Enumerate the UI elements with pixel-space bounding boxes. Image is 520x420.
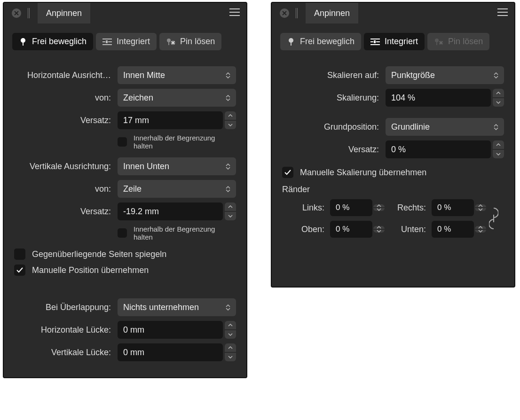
tab-unpin-label: Pin lösen [448, 37, 483, 47]
v-keep-within-checkbox[interactable] [118, 228, 127, 238]
h-from-label: von: [14, 93, 113, 103]
v-offset-stepper[interactable] [225, 202, 236, 220]
tab-inline-label: Integriert [385, 37, 418, 47]
v-from-select[interactable]: Zeile [118, 180, 236, 198]
base-label: Grundposition: [282, 122, 381, 132]
close-icon[interactable] [280, 8, 289, 18]
hgap-stepper[interactable] [225, 321, 236, 339]
tab-free[interactable]: Frei beweglich [12, 33, 93, 50]
mode-tabs: Frei beweglich Integriert Pin lösen [4, 23, 246, 57]
inline-icon [370, 38, 380, 46]
scale-to-value: Punktgröße [391, 70, 435, 80]
m-bottom-step[interactable] [475, 226, 486, 233]
scale-to-label: Skalieren auf: [282, 70, 381, 80]
h-offset-label: Versatz: [14, 116, 113, 125]
manual-scale-checkbox[interactable] [282, 167, 293, 178]
v-from-label: von: [14, 184, 113, 194]
titlebar: Anpinnen [272, 3, 514, 23]
h-from-value: Zeichen [123, 93, 153, 103]
base-select[interactable]: Grundlinie [386, 118, 504, 136]
h-from-select[interactable]: Zeichen [118, 89, 236, 107]
margins-header: Ränder [282, 185, 504, 194]
svg-point-9 [435, 39, 439, 42]
panel-menu-icon[interactable] [491, 8, 514, 18]
h-offset-input[interactable]: 17 mm [118, 111, 223, 129]
m-top-step[interactable] [373, 226, 385, 233]
h-offset-stepper[interactable] [225, 111, 236, 129]
m-right-input[interactable]: 0 % [432, 199, 474, 216]
drag-handle-icon[interactable] [296, 8, 298, 18]
svg-rect-2 [106, 40, 108, 43]
tab-inline[interactable]: Integriert [96, 33, 157, 50]
h-keep-within-checkbox[interactable] [118, 137, 127, 147]
inline-icon [102, 38, 112, 46]
hgap-input[interactable]: 0 mm [118, 321, 223, 339]
m-left-input[interactable]: 0 % [330, 199, 372, 216]
titlebar: Anpinnen [4, 3, 246, 23]
svg-point-0 [21, 38, 25, 43]
scale-stepper[interactable] [493, 89, 504, 107]
pin-icon [287, 38, 295, 46]
m-top-input[interactable]: 0 % [330, 221, 372, 238]
h-align-select[interactable]: Innen Mitte [118, 66, 236, 84]
m-right-step[interactable] [475, 204, 486, 211]
scale-to-select[interactable]: Punktgröße [386, 66, 504, 84]
tab-free-label: Frei beweglich [32, 37, 87, 47]
manual-pos-label: Manuelle Position übernehmen [32, 265, 149, 275]
drag-handle-icon[interactable] [28, 8, 30, 18]
mirror-facing-checkbox[interactable] [14, 249, 25, 260]
scale-input[interactable]: 104 % [386, 89, 491, 107]
svg-rect-7 [291, 42, 292, 46]
m-right-label: Rechts: [384, 203, 431, 213]
chevron-updown-icon [223, 304, 230, 311]
v-from-value: Zeile [123, 184, 142, 194]
overlap-value: Nichts unternehmen [123, 303, 199, 312]
offset-label: Versatz: [282, 145, 381, 155]
v-align-label: Vertikale Ausrichtung: [14, 162, 113, 171]
panel-tab-anpinnen[interactable]: Anpinnen [306, 3, 358, 23]
panel-tab-anpinnen[interactable]: Anpinnen [38, 3, 90, 23]
v-offset-label: Versatz: [14, 207, 113, 217]
pin-icon [19, 38, 27, 46]
chevron-updown-icon [491, 124, 498, 130]
link-margins-icon[interactable] [485, 205, 502, 232]
base-value: Grundlinie [391, 122, 430, 132]
m-top-label: Oben: [282, 225, 329, 234]
svg-point-6 [289, 38, 293, 43]
mode-tabs: Frei beweglich Integriert Pin lösen [272, 23, 514, 57]
vgap-input[interactable]: 0 mm [118, 343, 223, 361]
m-left-step[interactable] [373, 204, 385, 211]
svg-point-3 [167, 39, 171, 42]
tab-free-label: Frei beweglich [300, 37, 355, 47]
svg-rect-10 [436, 42, 437, 45]
svg-rect-1 [23, 42, 24, 46]
offset-input[interactable]: 0 % [386, 140, 491, 158]
unpin-icon [166, 38, 175, 46]
chevron-updown-icon [223, 95, 230, 101]
overlap-select[interactable]: Nichts unternehmen [118, 298, 236, 316]
tab-inline[interactable]: Integriert [364, 33, 425, 50]
vgap-label: Vertikale Lücke: [14, 348, 113, 358]
v-keep-within-label: Innerhalb der Begrenzung halten [134, 225, 236, 241]
h-align-label: Horizontale Ausricht… [14, 70, 113, 80]
mirror-facing-label: Gegenüberliegende Seiten spiegeln [32, 249, 166, 259]
unpin-icon [434, 38, 443, 46]
svg-rect-8 [374, 40, 376, 43]
panel-menu-icon[interactable] [223, 8, 246, 18]
m-bottom-label: Unten: [384, 225, 431, 234]
v-align-select[interactable]: Innen Unten [118, 157, 236, 175]
close-icon[interactable] [12, 8, 21, 18]
tab-unpin-label: Pin lösen [180, 37, 215, 47]
h-align-value: Innen Mitte [123, 70, 165, 80]
manual-scale-label: Manuelle Skalierung übernehmen [300, 168, 426, 178]
offset-stepper[interactable] [493, 140, 504, 158]
m-left-label: Links: [282, 203, 329, 213]
manual-pos-checkbox[interactable] [14, 264, 25, 276]
vgap-stepper[interactable] [225, 343, 236, 361]
tab-unpin[interactable]: Pin lösen [159, 33, 221, 50]
m-bottom-input[interactable]: 0 % [432, 221, 474, 238]
hgap-label: Horizontale Lücke: [14, 325, 113, 335]
chevron-updown-icon [223, 72, 230, 78]
v-offset-input[interactable]: -19.2 mm [118, 202, 223, 220]
tab-free[interactable]: Frei beweglich [280, 33, 361, 50]
